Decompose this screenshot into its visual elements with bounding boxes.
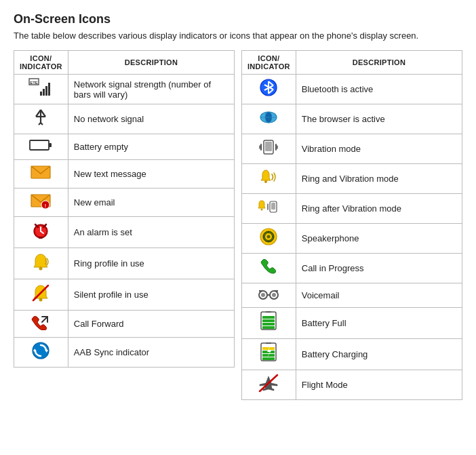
svg-rect-42 — [265, 142, 272, 151]
svg-rect-74 — [266, 342, 271, 344]
svg-line-11 — [41, 123, 43, 125]
battery-empty-icon — [29, 138, 52, 153]
desc-cell-bluetooth: Bluetooth is active — [296, 75, 462, 104]
icon-cell-flight-mode — [242, 370, 296, 400]
svg-rect-70 — [262, 323, 275, 325]
icon-cell-battery-empty — [14, 134, 68, 160]
icon-cell-speakerphone — [242, 224, 296, 254]
bluetooth-icon — [259, 78, 278, 97]
svg-point-59 — [273, 236, 274, 237]
desc-cell-no-signal: No network signal — [68, 104, 234, 134]
no-signal-icon — [31, 108, 50, 127]
svg-point-63 — [272, 293, 276, 297]
table-row: AAB Sync indicator — [14, 338, 235, 368]
desc-cell-ring-after-vibration: Ring after Vibration mode — [296, 194, 462, 224]
icon-cell-vibration — [242, 134, 296, 164]
left-col2-header: DESCRIPTION — [68, 51, 234, 75]
desc-cell-flight-mode: Flight Mode — [296, 370, 462, 400]
desc-cell-aab-sync: AAB Sync indicator — [68, 338, 234, 368]
speakerphone-icon — [259, 227, 278, 246]
table-row: New text message — [14, 160, 235, 189]
desc-cell-silent-profile: Silent profile in use — [68, 279, 234, 311]
ring-vibration-icon — [258, 167, 279, 186]
table-row: Battery Full — [242, 308, 462, 339]
table-row: Battery empty — [14, 134, 235, 160]
call-progress-icon — [258, 257, 279, 276]
svg-rect-72 — [262, 316, 275, 319]
svg-rect-69 — [262, 326, 275, 329]
desc-cell-call-progress: Call in Progress — [296, 254, 462, 283]
icon-cell-ring-vibration — [242, 164, 296, 194]
svg-line-10 — [39, 123, 41, 125]
battery-full-icon — [259, 311, 278, 332]
left-table: ICON/INDICATOR DESCRIPTION ETE — [14, 50, 235, 368]
svg-line-28 — [42, 317, 47, 322]
desc-cell-new-text: New text message — [68, 160, 234, 189]
icon-cell-signal: ETE — [14, 75, 68, 104]
right-col1-header: ICON/INDICATOR — [242, 51, 296, 75]
table-row: An alarm is set — [14, 217, 235, 248]
icon-cell-ring-after-vibration — [242, 194, 296, 224]
icon-cell-alarm — [14, 217, 68, 248]
table-row: Vibration mode — [242, 134, 462, 164]
voicemail-icon — [258, 287, 279, 300]
table-row: Voicemail — [242, 283, 462, 308]
desc-cell-battery-charging: Battery Charging — [296, 339, 462, 370]
call-forward-icon — [30, 314, 52, 330]
svg-rect-12 — [30, 140, 49, 150]
svg-point-51 — [261, 209, 263, 211]
desc-cell-battery-empty: Battery empty — [68, 134, 234, 160]
signal-icon: ETE — [28, 78, 53, 97]
table-row: Call in Progress — [242, 254, 462, 283]
desc-cell-browser: The browser is active — [296, 104, 462, 134]
desc-cell-voicemail: Voicemail — [296, 283, 462, 308]
svg-text:!: ! — [45, 203, 46, 208]
svg-rect-2 — [40, 92, 42, 96]
svg-rect-3 — [43, 89, 45, 96]
alarm-icon — [31, 220, 50, 241]
new-email-icon: ! — [31, 192, 51, 210]
svg-point-25 — [39, 267, 43, 271]
browser-icon — [259, 108, 278, 127]
flight-mode-icon — [258, 374, 279, 393]
table-row: Silent profile in use — [14, 279, 235, 311]
svg-rect-71 — [262, 319, 275, 322]
ring-after-vibration-icon — [258, 197, 279, 216]
icon-cell-battery-full — [242, 308, 296, 339]
svg-point-56 — [268, 231, 269, 233]
svg-text:ETE: ETE — [31, 81, 39, 85]
icon-cell-no-signal — [14, 104, 68, 134]
left-col1-header: ICON/INDICATOR — [14, 51, 68, 75]
desc-cell-new-email: New email — [68, 189, 234, 217]
ring-profile-icon — [31, 252, 51, 272]
table-row: No network signal — [14, 104, 235, 134]
icon-cell-battery-charging — [242, 339, 296, 370]
icon-cell-call-forward — [14, 311, 68, 338]
icon-cell-aab-sync — [14, 338, 68, 368]
page-title: On-Screen Icons — [14, 12, 462, 26]
table-row: Ring profile in use — [14, 248, 235, 279]
svg-point-58 — [263, 236, 264, 237]
icon-cell-bluetooth — [242, 75, 296, 104]
table-row: ! New email — [14, 189, 235, 217]
svg-rect-13 — [49, 143, 52, 147]
svg-rect-5 — [48, 83, 50, 96]
table-row: Ring after Vibration mode — [242, 194, 462, 224]
svg-point-62 — [261, 293, 265, 297]
table-row: ETE Network signal strength (number of b… — [14, 75, 235, 104]
desc-cell-ring-profile: Ring profile in use — [68, 248, 234, 279]
tables-wrapper: ICON/INDICATOR DESCRIPTION ETE — [14, 50, 462, 400]
table-row: Ring and Vibration mode — [242, 164, 462, 194]
svg-point-47 — [264, 180, 267, 183]
icon-cell-voicemail — [242, 283, 296, 308]
svg-point-55 — [267, 235, 271, 239]
svg-rect-76 — [262, 354, 275, 357]
icon-cell-browser — [242, 104, 296, 134]
icon-cell-new-email: ! — [14, 189, 68, 217]
svg-rect-49 — [271, 203, 275, 210]
icon-cell-silent-profile — [14, 279, 68, 311]
desc-cell-speakerphone: Speakerphone — [296, 224, 462, 254]
icon-cell-ring-profile — [14, 248, 68, 279]
silent-profile-icon — [31, 283, 51, 303]
desc-cell-battery-full: Battery Full — [296, 308, 462, 339]
